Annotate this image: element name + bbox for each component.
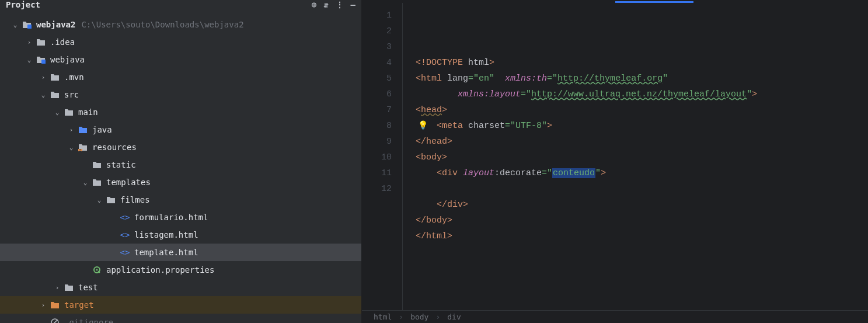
properties-file-icon (91, 265, 103, 275)
code-line[interactable]: </body> (416, 213, 757, 228)
line-number: 10 (362, 150, 392, 165)
tree-folder[interactable]: ⌄resources (0, 138, 361, 156)
code-line[interactable]: <html lang="en" xmlns:th="http://thymele… (416, 71, 757, 86)
tree-folder[interactable]: ⌄main (0, 103, 361, 121)
tree-label: target (64, 300, 94, 310)
code-line[interactable]: xmlns:layout="http://www.ultraq.net.nz/t… (416, 86, 757, 102)
svg-rect-0 (27, 25, 32, 29)
tree-folder[interactable]: ›java (0, 121, 361, 138)
folder-icon (91, 178, 103, 186)
tree-label: webjava2 (36, 20, 75, 29)
gutter: 123456789101112 (362, 3, 403, 310)
gitignore-file-icon (49, 318, 61, 323)
chevron-down-icon[interactable]: ⌄ (93, 196, 105, 204)
code-line[interactable]: <div layout:decorate="conteudo"> (416, 165, 757, 181)
tree-label: webjava (50, 55, 85, 64)
line-number: 2 (362, 23, 392, 39)
tree-folder[interactable]: ›.mvn (0, 68, 361, 86)
code-line[interactable]: <!DOCTYPE html> (416, 55, 757, 71)
code-line[interactable]: <meta charset="UTF-8"> (416, 118, 757, 134)
line-number: 9 (362, 134, 392, 150)
html-file-icon: <> (119, 213, 131, 222)
chevron-right-icon[interactable]: › (37, 301, 49, 309)
tree-folder[interactable]: ›test (0, 279, 361, 296)
code-line[interactable]: </html> (416, 228, 757, 244)
html-file-icon: <> (119, 230, 131, 239)
tree-file[interactable]: application.properties (0, 261, 361, 279)
chevron-down-icon[interactable]: ⌄ (23, 56, 35, 64)
code-line[interactable]: <body> (416, 150, 757, 165)
code-content[interactable]: 💡 <!DOCTYPE html><html lang="en" xmlns:t… (403, 3, 757, 310)
source-folder-icon (77, 126, 89, 134)
editor-area: listagem.htmlformulario.htmltemplate.htm… (362, 0, 868, 323)
svg-line-8 (53, 320, 57, 323)
breadcrumb-item[interactable]: html (374, 312, 392, 321)
tree-label: listagem.html (134, 230, 198, 239)
tree-label: formulario.html (134, 213, 208, 222)
breadcrumb-separator-icon: › (399, 312, 403, 321)
tree-file[interactable]: <>template.html (0, 244, 361, 261)
tree-file[interactable]: .gitignore (0, 314, 361, 323)
project-title: Project (6, 0, 40, 9)
folder-icon (49, 91, 61, 99)
hide-icon[interactable]: — (351, 0, 355, 9)
tree-folder[interactable]: ⌄filmes (0, 191, 361, 209)
tree-label: application.properties (106, 265, 214, 275)
chevron-down-icon[interactable]: ⌄ (65, 144, 77, 151)
module-folder-icon (21, 20, 33, 29)
chevron-down-icon[interactable]: ⌄ (37, 91, 49, 99)
tree-label: .mvn (64, 72, 84, 82)
tree-folder[interactable]: ⌄templates (0, 173, 361, 191)
project-tree[interactable]: ⌄webjava2C:\Users\souto\Downloads\webjav… (0, 9, 361, 323)
breadcrumb-item[interactable]: body (410, 312, 428, 321)
code-line[interactable]: <head> (416, 102, 757, 118)
intention-bulb-icon[interactable]: 💡 (418, 118, 428, 134)
expand-all-icon[interactable]: ⇵ (323, 0, 328, 9)
code-line[interactable] (416, 181, 757, 197)
select-opened-icon[interactable]: ⊕ (312, 0, 316, 9)
breadcrumb-separator-icon: › (435, 312, 440, 321)
line-number: 8 (362, 118, 392, 134)
tree-label: .gitignore (64, 318, 113, 323)
resources-folder-icon (77, 143, 89, 151)
tree-folder[interactable]: static (0, 156, 361, 173)
code-area[interactable]: 123456789101112 💡 <!DOCTYPE html><html l… (362, 3, 868, 310)
chevron-down-icon[interactable]: ⌄ (9, 21, 21, 29)
svg-rect-3 (79, 150, 81, 150)
folder-icon (63, 108, 75, 116)
folder-icon (63, 283, 75, 291)
tree-folder[interactable]: ⌄webjava (0, 51, 361, 68)
breadcrumb-item[interactable]: div (447, 312, 461, 321)
tree-label: main (78, 107, 98, 117)
svg-point-6 (96, 269, 98, 271)
breadcrumb-bar[interactable]: html›body›div (362, 310, 868, 323)
svg-rect-4 (79, 151, 81, 151)
chevron-right-icon[interactable]: › (37, 74, 49, 81)
code-line[interactable]: </div> (416, 197, 757, 213)
tree-folder[interactable]: ›target (0, 296, 361, 314)
line-number: 5 (362, 71, 392, 86)
settings-icon[interactable]: ⋮ (336, 0, 344, 9)
line-number: 6 (362, 86, 392, 102)
tree-folder[interactable]: ›.idea (0, 33, 361, 51)
project-actions: ⊕ ⇵ ⋮ — (312, 0, 355, 9)
tree-label: static (106, 160, 136, 169)
chevron-right-icon[interactable]: › (65, 126, 77, 134)
folder-icon (35, 38, 47, 46)
chevron-right-icon[interactable]: › (23, 39, 35, 46)
folder-icon (49, 73, 61, 81)
chevron-down-icon[interactable]: ⌄ (79, 179, 91, 186)
tree-file[interactable]: <>formulario.html (0, 209, 361, 226)
line-number: 11 (362, 165, 392, 181)
chevron-right-icon[interactable]: › (51, 284, 63, 291)
tree-file[interactable]: <>listagem.html (0, 226, 361, 244)
tree-folder[interactable]: ⌄src (0, 86, 361, 103)
svg-rect-1 (41, 60, 46, 64)
tree-root[interactable]: ⌄webjava2C:\Users\souto\Downloads\webjav… (0, 16, 361, 33)
module-folder-icon (35, 55, 47, 64)
tree-label: filmes (120, 195, 150, 204)
chevron-down-icon[interactable]: ⌄ (51, 109, 63, 116)
line-number: 12 (362, 181, 392, 197)
code-line[interactable]: </head> (416, 134, 757, 150)
tree-label: java (92, 125, 112, 134)
